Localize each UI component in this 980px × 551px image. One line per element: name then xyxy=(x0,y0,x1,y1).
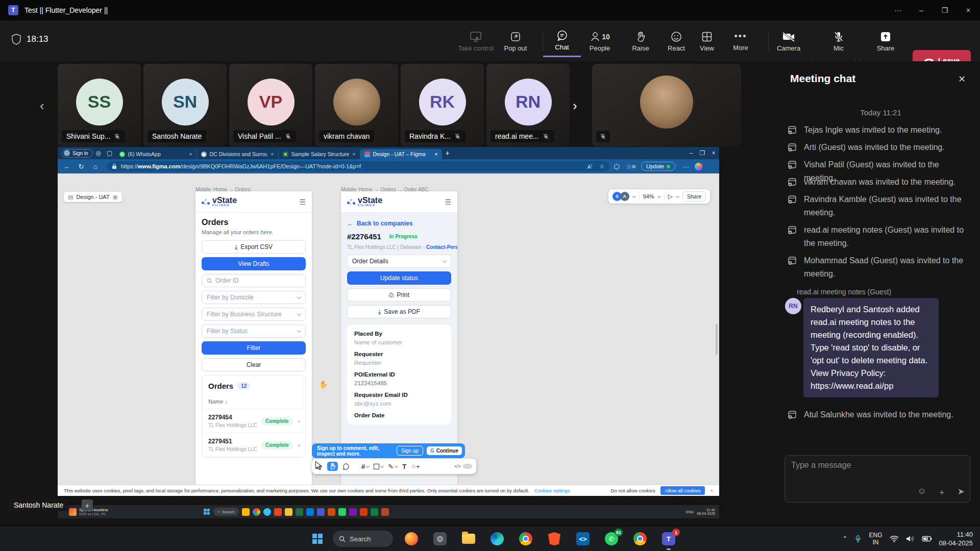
filter-business-structure-select[interactable]: Filter by Business Structure xyxy=(202,308,306,321)
emoji-icon[interactable]: ☺ xyxy=(917,486,926,498)
name-column-header[interactable]: Name ↓ xyxy=(202,395,305,409)
titlebar-more-icon[interactable]: ··· xyxy=(886,0,910,20)
shared-taskbar-app[interactable] xyxy=(274,508,282,516)
chevron-down-icon[interactable] xyxy=(676,194,679,197)
clear-button[interactable]: Clear xyxy=(202,358,306,371)
order-id-search-input[interactable]: Order ID xyxy=(202,274,306,287)
shared-start-icon[interactable] xyxy=(203,508,210,515)
chevron-down-icon[interactable] xyxy=(657,194,661,197)
export-csv-button[interactable]: ⤓Export CSV xyxy=(202,240,306,254)
participant-tile[interactable]: RK Ravindra K... xyxy=(401,64,484,146)
present-icon[interactable]: ▷ xyxy=(668,193,673,200)
shape-tool[interactable] xyxy=(374,464,383,469)
filter-status-select[interactable]: Filter by Status xyxy=(202,324,306,338)
tab-close-icon[interactable]: × xyxy=(189,151,192,157)
taskbar-chrome-profile-icon[interactable] xyxy=(632,531,648,547)
resources-tool[interactable]: ⁘+ xyxy=(411,463,419,470)
taskbar-vscode-icon[interactable]: <> xyxy=(575,531,591,547)
participant-tile[interactable] xyxy=(592,64,741,146)
frame-order-detail[interactable]: vStateFILINGS ☰ ←Back to companies #2276… xyxy=(341,191,457,485)
tab-close-icon[interactable]: × xyxy=(352,151,355,157)
taskbar-whatsapp-icon[interactable]: ✆ 81 xyxy=(603,531,620,547)
hamburger-icon[interactable]: ☰ xyxy=(445,198,451,206)
text-tool[interactable]: T xyxy=(402,463,406,470)
browser-maximize-button[interactable]: ❐ xyxy=(697,149,708,157)
cookie-close-icon[interactable]: × xyxy=(710,488,713,493)
shared-taskbar-app[interactable] xyxy=(253,508,260,516)
shared-taskbar-app[interactable] xyxy=(328,508,335,516)
browser-signin-button[interactable]: Sign in xyxy=(62,149,93,158)
taskbar-chrome-icon[interactable] xyxy=(518,531,534,547)
taskbar-firefox-icon[interactable] xyxy=(403,531,420,547)
tab-salary-sheet[interactable]: X Sample Salary Structure with calc× xyxy=(279,149,360,159)
tray-expand-chevron[interactable]: ⌃ xyxy=(842,535,847,542)
hand-tool-active[interactable] xyxy=(327,462,338,471)
chat-close-icon[interactable]: ✕ xyxy=(958,73,966,85)
url-field[interactable]: https://www.figma.com/design/9BKQ0FOHRWa… xyxy=(107,161,609,171)
speaker-icon[interactable] xyxy=(906,535,915,542)
mic-button[interactable]: Mic xyxy=(820,26,857,57)
chat-button[interactable]: Chat xyxy=(543,26,581,57)
share-button[interactable]: Share xyxy=(867,26,904,57)
view-drafts-button[interactable]: View Drafts xyxy=(202,257,306,270)
raise-button[interactable]: Raise xyxy=(622,26,659,57)
start-button[interactable] xyxy=(309,531,326,547)
sign-up-button[interactable]: Sign up xyxy=(397,446,423,456)
back-icon[interactable]: ← xyxy=(60,163,74,170)
chat-message-bubble[interactable]: Redberyl and Santosh added read.ai meeti… xyxy=(803,298,939,397)
participant-tile[interactable]: vikram chavan xyxy=(315,64,398,146)
maximize-button[interactable]: ❐ xyxy=(933,0,957,20)
google-continue-button[interactable]: GContinue xyxy=(427,446,462,455)
shared-taskbar-app[interactable] xyxy=(263,508,271,516)
cookie-settings-link[interactable]: Cookies settings xyxy=(534,488,570,493)
figma-share-button[interactable]: Share xyxy=(682,191,706,202)
zoom-level[interactable]: 94% xyxy=(643,193,654,199)
shared-taskbar-app[interactable] xyxy=(317,508,325,516)
tab-close-icon[interactable]: × xyxy=(271,151,274,157)
more-button[interactable]: ••• More xyxy=(722,26,760,57)
battery-icon[interactable] xyxy=(922,536,932,542)
taskbar-teams-icon[interactable]: T 1 xyxy=(660,531,677,547)
presenter-add-button[interactable]: + xyxy=(82,499,93,511)
minimize-button[interactable]: – xyxy=(910,0,933,20)
taskbar-edge-icon[interactable] xyxy=(489,531,505,547)
canvas-scrollbar[interactable] xyxy=(716,324,718,355)
tab-dc-divisions[interactable]: ◍ DC Divisions and Surroundings× xyxy=(197,149,279,159)
pen-tool[interactable]: ✎ xyxy=(388,463,398,470)
frame-tool[interactable]: # xyxy=(361,463,369,470)
shared-taskbar-app[interactable] xyxy=(296,508,303,516)
order-row[interactable]: 2279454TL Flex Holdings LLC Complete › xyxy=(202,409,305,433)
pages-icon[interactable]: ▣ xyxy=(113,194,118,201)
order-details-select[interactable]: Order Details xyxy=(347,255,451,268)
tab-actions-icon[interactable]: ▢ xyxy=(104,149,115,157)
participant-tile[interactable]: VP Vishal Patil ... xyxy=(229,64,312,146)
shared-taskbar-app[interactable] xyxy=(242,508,250,516)
hamburger-icon[interactable]: ☰ xyxy=(299,198,306,206)
home-icon[interactable]: ⌂ xyxy=(88,163,103,170)
tab-whatsapp[interactable]: ✆ (6) WhatsApp× xyxy=(115,149,197,159)
taskbar-brave-icon[interactable] xyxy=(546,531,562,547)
favorites-bar-icon[interactable]: ☆≡ xyxy=(624,163,638,170)
scroll-participants-right-chevron[interactable]: › xyxy=(573,98,577,114)
update-status-button[interactable]: Update status xyxy=(347,271,451,285)
shared-taskbar-app[interactable] xyxy=(349,508,357,516)
shared-taskbar-app[interactable] xyxy=(381,508,389,516)
chat-message-input[interactable] xyxy=(791,461,960,470)
allow-cookies-button[interactable]: Allow all cookies xyxy=(660,486,705,495)
browser-close-button[interactable]: × xyxy=(708,149,719,157)
browser-minimize-button[interactable]: – xyxy=(685,149,697,157)
figma-file-chip[interactable]: ▤ Design - UAT ▣ xyxy=(64,192,122,202)
frame-orders-list[interactable]: vStateFILINGS ☰ Orders Manage all your o… xyxy=(195,191,312,485)
figma-menu-icon[interactable]: ▤ xyxy=(68,194,73,201)
tab-figma-active[interactable]: Design - UAT – Figma× xyxy=(360,149,442,159)
extensions-icon[interactable]: ⬡ xyxy=(609,163,624,170)
language-indicator[interactable]: ENGIN xyxy=(869,532,882,546)
camera-button[interactable]: Camera xyxy=(770,26,807,57)
copilot-icon[interactable] xyxy=(695,163,702,170)
print-button[interactable]: ⎙Print xyxy=(347,288,451,302)
scroll-participants-left-chevron[interactable]: ‹ xyxy=(40,98,44,114)
back-to-companies-link[interactable]: ←Back to companies xyxy=(347,220,451,227)
refresh-icon[interactable]: ↻ xyxy=(74,163,88,170)
new-tab-button[interactable]: + xyxy=(442,149,453,157)
participant-tile[interactable]: SS Shivani Sup... xyxy=(58,64,141,146)
